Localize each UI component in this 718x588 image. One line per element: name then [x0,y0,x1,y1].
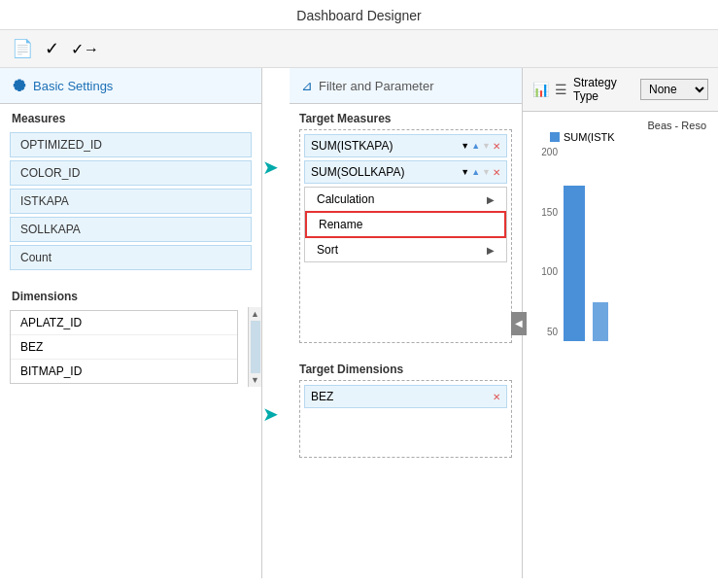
filter-icon: ⊿ [301,78,313,93]
target-measures-label: Target Measures [290,104,522,129]
context-menu: Calculation ▶ Rename Sort ▶ [304,187,507,262]
context-menu-calculation[interactable]: Calculation ▶ [305,188,506,211]
measure-item: OPTIMIZED_ID [10,132,252,157]
dim-scrollbar[interactable]: ▲ ▼ [248,307,261,387]
arrow-to-middle-bot: ➤ [262,402,290,426]
dimensions-section: Dimensions APLATZ_ID BEZ BITMAP_ID ▲ ▼ [0,282,261,387]
chart-area: Beas - Reso SUM(ISTK 200 150 100 50 [523,112,718,578]
down-icon-2[interactable]: ▼ [482,167,491,177]
close-icon-dim[interactable]: ✕ [493,392,500,402]
check-arrow-icon[interactable]: ✓→ [71,40,99,58]
y-axis-label-50: 50 [547,327,558,337]
legend-color-box [550,132,560,142]
y-axis-label-100: 100 [541,266,558,277]
target-measure-row-1: SUM(ISTKAPA) ▼ ▲ ▼ ✕ [304,134,507,157]
list-item: BEZ [11,335,237,360]
left-panel: Basic Settings Measures OPTIMIZED_ID COL… [0,68,262,578]
gear-icon [12,78,27,93]
target-measure-label-2: SUM(SOLLKAPA) [311,165,461,179]
measure-row-icons-2: ▼ ▲ ▼ ✕ [461,167,500,178]
measure-item: ISTKAPA [10,189,252,214]
main-content: Basic Settings Measures OPTIMIZED_ID COL… [0,68,718,578]
dimensions-label: Dimensions [0,282,261,307]
dropdown-icon-2[interactable]: ▼ [461,167,469,177]
right-panel-header: 📊 ☰ Strategy Type None Option1 Option2 [523,68,718,112]
check-icon[interactable]: ✓ [45,38,59,59]
y-axis-label-150: 150 [541,207,558,218]
arrow-col-left: ➤ ➤ [262,68,290,578]
filter-and-parameter-header: ⊿ Filter and Parameter [290,68,522,104]
target-measure-label-1: SUM(ISTKAPA) [311,139,461,153]
basic-settings-header: Basic Settings [0,68,261,104]
list-item: BITMAP_ID [11,360,237,383]
target-dims-box: BEZ ✕ [299,380,512,458]
list-item: APLATZ_ID [11,311,237,335]
down-icon[interactable]: ▼ [482,141,491,151]
arrow-right-icon-sort: ▶ [487,245,495,256]
basic-settings-label: Basic Settings [33,79,113,93]
dims-list-wrap: APLATZ_ID BEZ BITMAP_ID ▲ ▼ [0,307,261,387]
measures-area: Measures OPTIMIZED_ID COLOR_ID ISTKAPA S… [0,104,261,578]
context-menu-sort[interactable]: Sort ▶ [305,238,506,261]
target-measures-box: SUM(ISTKAPA) ▼ ▲ ▼ ✕ SUM(SOLLKAPA) ▼ ▲ ▼… [299,129,512,343]
strategy-type-label: Strategy Type [573,76,634,103]
toolbar: 📄 ✓ ✓→ [0,30,718,68]
measures-label: Measures [0,104,261,129]
dim-list: APLATZ_ID BEZ BITMAP_ID [10,310,238,384]
filter-and-parameter-label: Filter and Parameter [319,79,434,93]
chart-title: Beas - Reso [530,120,710,131]
close-icon-2[interactable]: ✕ [493,167,500,178]
up-icon-2[interactable]: ▲ [471,167,480,177]
measure-item: Count [10,245,252,270]
dropdown-icon[interactable]: ▼ [461,141,469,151]
arrow-to-middle-top: ➤ [262,156,290,179]
strategy-select[interactable]: None Option1 Option2 [640,79,708,100]
measure-row-icons-1: ▼ ▲ ▼ ✕ [461,141,500,152]
collapse-button[interactable]: ◀ [511,312,527,335]
close-icon[interactable]: ✕ [493,141,500,152]
document-icon[interactable]: 📄 [12,38,33,59]
chart-legend: SUM(ISTK [530,131,710,143]
middle-panel: ⊿ Filter and Parameter Target Measures S… [290,68,523,578]
bar-chart-icon: 📊 [532,82,549,97]
arrow-right-icon: ▶ [487,194,495,205]
y-axis-label-200: 200 [541,147,558,157]
right-panel: 📊 ☰ Strategy Type None Option1 Option2 B… [523,68,718,578]
app-title: Dashboard Designer [296,8,421,23]
y-axis: 200 150 100 50 [530,147,558,341]
bar-2 [593,302,608,341]
bar-1 [564,186,585,341]
context-menu-rename[interactable]: Rename [305,211,506,238]
target-dim-label-1: BEZ [311,390,493,403]
measure-item: COLOR_ID [10,160,252,186]
chart-legend-label: SUM(ISTK [564,131,615,143]
target-dim-row-1: BEZ ✕ [304,385,507,408]
list-icon: ☰ [555,82,567,97]
up-icon[interactable]: ▲ [471,141,480,151]
target-measure-row-2: SUM(SOLLKAPA) ▼ ▲ ▼ ✕ [304,160,507,184]
title-bar: Dashboard Designer [0,0,718,30]
chart-container: 200 150 100 50 [530,147,710,341]
target-dims-label: Target Dimensions [290,355,522,380]
measure-item: SOLLKAPA [10,217,252,242]
